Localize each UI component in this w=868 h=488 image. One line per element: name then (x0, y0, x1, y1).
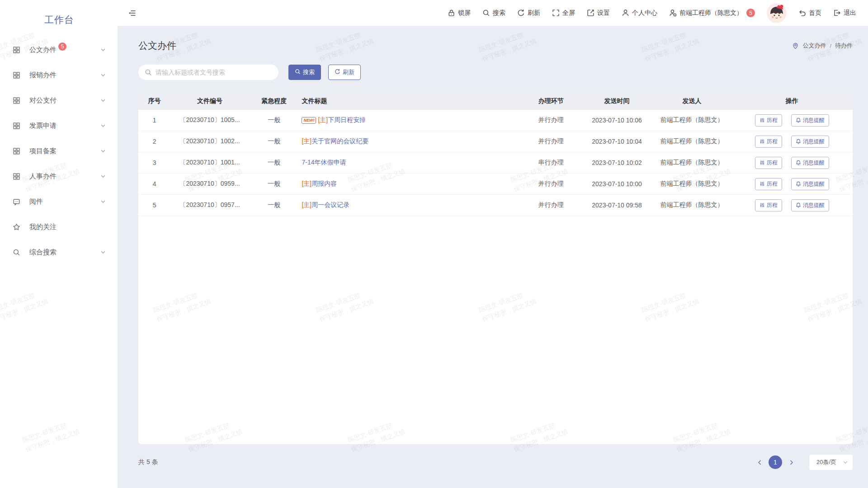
message-remind-label: 消息提醒 (803, 138, 825, 145)
topbar-action-锁屏[interactable]: 锁屏 (448, 9, 471, 17)
sidebar-item-label: 对公支付 (29, 96, 57, 105)
refresh-button[interactable]: 刷新 (328, 65, 361, 80)
urgency-level: 一般 (249, 116, 299, 124)
sidebar-item-label: 人事办件 (29, 172, 57, 181)
star-icon (13, 223, 20, 231)
send-time: 2023-07-10 10:04 (581, 138, 653, 145)
row-index: 1 (138, 117, 170, 124)
sidebar-item-label: 我的关注 (29, 223, 57, 231)
grid-icon (13, 46, 20, 54)
sidebar-item-3[interactable]: 对公支付 (0, 88, 118, 113)
sidebar-item-6[interactable]: 人事办件 (0, 164, 118, 189)
chevron-down-icon (100, 199, 106, 204)
history-button[interactable]: 历程 (755, 157, 782, 169)
history-button[interactable]: 历程 (755, 114, 782, 127)
grid-icon (13, 97, 20, 104)
send-time: 2023-07-10 10:06 (581, 117, 653, 124)
logout-label: 退出 (844, 9, 856, 17)
doc-number: 〔20230710〕0959... (170, 180, 249, 188)
prev-page-button[interactable] (754, 455, 765, 469)
history-button[interactable]: 历程 (755, 199, 782, 211)
doc-title-link[interactable]: 下周日程安排 (328, 116, 366, 123)
doc-title-link[interactable]: 周一会议记录 (311, 201, 349, 208)
topbar-action-label: 个人中心 (632, 9, 657, 17)
doc-title-cell: [主]关于官网的会议纪要 (299, 137, 520, 145)
topbar-action-label: 锁屏 (458, 9, 471, 17)
user-avatar[interactable] (767, 3, 787, 23)
doc-number: 〔20230710〕1001... (170, 159, 249, 167)
topbar-action-搜索[interactable]: 搜索 (482, 9, 505, 17)
history-button[interactable]: 历程 (755, 136, 782, 148)
new-badge: NEW! (302, 117, 316, 124)
search-input[interactable] (138, 65, 278, 80)
home-label: 首页 (809, 9, 821, 17)
message-remind-button[interactable]: 消息提醒 (791, 136, 829, 148)
topbar-action-label: 设置 (597, 9, 610, 17)
sidebar-item-8[interactable]: 我的关注 (0, 214, 118, 239)
grid-icon (13, 122, 20, 130)
sidebar-item-4[interactable]: 发票申请 (0, 113, 118, 138)
table-row: 1〔20230710〕1005...一般NEW![主]下周日程安排并行办理202… (138, 110, 853, 131)
current-role-label: 前端工程师（陈思文） (679, 9, 743, 17)
row-index: 2 (138, 138, 170, 145)
sidebar-item-5[interactable]: 项目备案 (0, 138, 118, 164)
sidebar-item-9[interactable]: 综合搜索 (0, 239, 118, 265)
search-button[interactable]: 搜索 (288, 65, 321, 80)
sliders-icon (760, 202, 765, 208)
row-actions: 历程消息提醒 (731, 157, 853, 169)
next-page-button[interactable] (786, 455, 797, 469)
page-number-button[interactable]: 1 (769, 455, 782, 469)
message-remind-button[interactable]: 消息提醒 (791, 157, 829, 169)
table-header: 序号文件编号紧急程度文件标题办理环节发送时间发送人操作 (138, 93, 853, 110)
refresh-button-label: 刷新 (343, 68, 354, 76)
doc-title-cell: [主]周一会议记录 (299, 201, 520, 209)
topbar-action-个人中心[interactable]: 个人中心 (622, 9, 657, 17)
history-button[interactable]: 历程 (755, 178, 782, 190)
sidebar-item-label: 发票申请 (29, 122, 57, 130)
row-index: 5 (138, 202, 170, 209)
doc-title-cell: NEW![主]下周日程安排 (299, 116, 520, 124)
logout-button[interactable]: 退出 (833, 9, 856, 17)
home-button[interactable]: 首页 (798, 9, 821, 17)
current-role[interactable]: 前端工程师（陈思文） 5 (669, 9, 755, 17)
lock-icon (448, 9, 455, 17)
chevron-down-icon (100, 98, 106, 103)
message-remind-button[interactable]: 消息提醒 (791, 114, 829, 127)
message-remind-button[interactable]: 消息提醒 (791, 199, 829, 211)
sidebar-collapse-icon[interactable] (128, 9, 136, 17)
row-index: 3 (138, 159, 170, 166)
sliders-icon (760, 117, 765, 123)
doc-title-link[interactable]: 周报内容 (311, 180, 337, 187)
search-icon (482, 9, 490, 17)
breadcrumb: 公文办件 / 待办件 (792, 42, 853, 50)
row-index: 4 (138, 180, 170, 188)
bell-icon (796, 117, 801, 123)
doc-title-link[interactable]: 关于官网的会议纪要 (311, 137, 368, 145)
message-remind-label: 消息提醒 (803, 180, 825, 188)
topbar-action-全屏[interactable]: 全屏 (552, 9, 575, 17)
main-doc-tag: [主] (318, 116, 328, 123)
topbar-action-设置[interactable]: 设置 (587, 9, 610, 17)
grid-icon (13, 173, 20, 180)
bell-icon (796, 139, 801, 144)
sidebar-item-label: 综合搜索 (29, 248, 57, 257)
message-remind-button[interactable]: 消息提醒 (791, 178, 829, 190)
topbar-action-刷新[interactable]: 刷新 (517, 9, 540, 17)
sidebar-item-label: 公文办件 (29, 46, 57, 54)
notification-badge: 5 (746, 9, 755, 17)
doc-number: 〔20230710〕1005... (170, 116, 249, 124)
chevron-down-icon (100, 148, 106, 154)
sidebar-item-1[interactable]: 公文办件5 (0, 37, 118, 62)
doc-title-link[interactable]: 7-14年休假申请 (302, 159, 346, 166)
fullscreen-icon (552, 9, 560, 17)
topbar: 锁屏搜索刷新全屏设置个人中心 前端工程师（陈思文） 5 (118, 0, 868, 26)
chevron-down-icon (100, 174, 106, 179)
column-header: 文件标题 (299, 97, 520, 105)
sidebar-item-2[interactable]: 报销办件 (0, 62, 118, 88)
sender: 前端工程师（陈思文） (653, 137, 731, 145)
breadcrumb-root[interactable]: 公文办件 (802, 42, 826, 50)
chevron-down-icon (100, 249, 106, 255)
sidebar-item-7[interactable]: 阅件 (0, 189, 118, 214)
topbar-toolbar: 锁屏搜索刷新全屏设置个人中心 前端工程师（陈思文） 5 (448, 3, 856, 23)
page-size-select[interactable]: 20条/页 (809, 455, 853, 470)
